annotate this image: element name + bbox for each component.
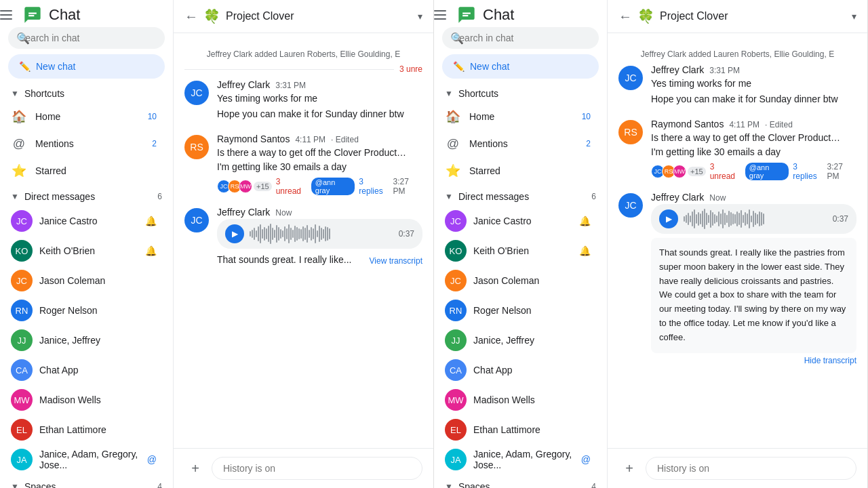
shortcuts-section[interactable]: ▼ Shortcuts <box>0 84 173 103</box>
mute-icon: 🔔 <box>145 245 157 256</box>
dm-section[interactable]: ▼ Direct messages 6 <box>434 187 607 206</box>
avatar: KO <box>445 240 467 262</box>
home-nav[interactable]: 🏠 Home 10 <box>0 103 167 130</box>
avatar: JC <box>618 193 643 218</box>
mentions-nav[interactable]: @ Mentions 2 <box>0 130 167 157</box>
message-time: 4:11 PM <box>295 135 326 144</box>
space-header-title: Project Clover <box>226 10 412 22</box>
dm-ethan[interactable]: EL Ethan Lattimore <box>434 415 601 445</box>
audio-player[interactable]: ▶ 0:37 <box>651 204 856 234</box>
avatar: EL <box>445 419 467 441</box>
edited-label: · Edited <box>765 120 793 129</box>
avatar: RN <box>445 300 467 321</box>
dm-ethan[interactable]: EL Ethan Lattimore <box>0 415 167 445</box>
audio-waveform <box>250 224 393 243</box>
search-input[interactable] <box>442 27 599 49</box>
dm-janice-adam[interactable]: JA Janice, Adam, Gregory, Jose... @ <box>0 445 167 474</box>
dm-roger[interactable]: RN Roger Nelson <box>0 296 167 325</box>
chat-logo <box>457 5 476 24</box>
dm-name: Janice Castro <box>39 216 145 226</box>
audio-duration: 0:37 <box>833 214 848 224</box>
new-chat-button[interactable]: ✏️ New chat <box>442 54 599 79</box>
new-chat-button[interactable]: ✏️ New chat <box>8 54 165 79</box>
replies-bar[interactable]: JC RS MW +15 3 unread @ann gray 3 replie… <box>217 177 422 196</box>
space-dropdown-icon[interactable]: ▾ <box>418 11 422 22</box>
avatar: CA <box>445 359 467 381</box>
avatar: RN <box>11 300 33 321</box>
play-button[interactable]: ▶ <box>659 209 678 228</box>
hamburger-menu[interactable] <box>0 7 16 23</box>
dm-chat-app[interactable]: CA Chat App <box>0 355 167 385</box>
message-text: I'm getting like 30 emails a day <box>217 160 422 174</box>
dm-madison[interactable]: MW Madison Wells <box>0 385 167 415</box>
dm-chat-app[interactable]: CA Chat App <box>434 355 601 385</box>
mentions-nav[interactable]: @ Mentions 2 <box>434 130 601 157</box>
mentions-count: 2 <box>586 139 591 148</box>
message-sender: Raymond Santos <box>217 134 290 144</box>
play-button[interactable]: ▶ <box>225 224 244 243</box>
avatar: JC <box>618 66 643 90</box>
star-icon: ⭐ <box>11 163 27 179</box>
add-content-button[interactable]: + <box>618 458 640 479</box>
dm-section[interactable]: ▼ Direct messages 6 <box>0 187 173 206</box>
dm-janice-adam[interactable]: JA Janice, Adam, Gregory, Jose... @ <box>434 445 601 474</box>
shortcuts-section[interactable]: ▼ Shortcuts <box>434 84 607 103</box>
dm-count: 6 <box>591 192 596 201</box>
message-time: 4:11 PM <box>729 120 760 129</box>
dm-janice-castro[interactable]: JC Janice Castro 🔔 <box>0 206 167 236</box>
reply-count[interactable]: 3 replies <box>359 177 389 196</box>
dm-janice-jeffrey[interactable]: JJ Janice, Jeffrey <box>0 325 167 355</box>
back-button[interactable]: ← <box>184 9 198 24</box>
dm-madison[interactable]: MW Madison Wells <box>434 385 601 415</box>
starred-nav[interactable]: ⭐ Starred <box>0 157 167 184</box>
dm-janice-castro[interactable]: JC Janice Castro 🔔 <box>434 206 601 236</box>
message-text: Hope you can make it for Sunday dinner b… <box>651 92 856 106</box>
dm-name: Janice, Jeffrey <box>473 335 591 346</box>
avatar: RS <box>618 120 643 144</box>
dm-name: Madison Wells <box>39 394 157 405</box>
view-transcript-button[interactable]: View transcript <box>370 256 422 266</box>
dm-chevron: ▼ <box>11 192 19 201</box>
spaces-chevron: ▼ <box>445 482 453 488</box>
dm-name: Ethan Lattimore <box>473 424 591 435</box>
dm-name: Roger Nelson <box>39 305 157 316</box>
chat-logo <box>23 5 42 24</box>
search-icon: 🔍 <box>16 32 30 45</box>
message-sender: Jeffrey Clark <box>217 207 270 218</box>
audio-player[interactable]: ▶ 0:37 <box>217 219 422 249</box>
dm-jason[interactable]: JC Jason Coleman <box>434 266 601 296</box>
back-button[interactable]: ← <box>618 9 632 24</box>
starred-nav[interactable]: ⭐ Starred <box>434 157 601 184</box>
app-title: Chat <box>49 6 80 24</box>
message-text: I'm getting like 30 emails a day <box>651 145 856 159</box>
dm-name: Janice, Adam, Gregory, Jose... <box>473 449 581 470</box>
replies-bar[interactable]: JC RS MW +15 3 unread @ann gray 3 replie… <box>651 162 856 181</box>
mute-icon: 🔔 <box>579 216 591 226</box>
hamburger-menu[interactable] <box>434 7 450 23</box>
add-content-button[interactable]: + <box>184 458 206 479</box>
reply-count[interactable]: 3 replies <box>793 162 823 181</box>
avatar: JC <box>11 210 33 232</box>
star-icon: ⭐ <box>445 163 461 179</box>
dm-keith[interactable]: KO Keith O'Brien 🔔 <box>434 236 601 266</box>
message-input[interactable] <box>212 457 422 480</box>
space-dropdown-icon[interactable]: ▾ <box>852 11 856 22</box>
unread-label: 3 unre <box>399 64 422 74</box>
home-count: 10 <box>582 112 591 121</box>
shortcuts-chevron: ▼ <box>11 89 19 98</box>
dm-jason[interactable]: JC Jason Coleman <box>0 266 167 296</box>
dm-keith[interactable]: KO Keith O'Brien 🔔 <box>0 236 167 266</box>
message-sender: Jeffrey Clark <box>217 79 270 90</box>
mute-icon: 🔔 <box>145 216 157 226</box>
dm-roger[interactable]: RN Roger Nelson <box>434 296 601 325</box>
message-input[interactable] <box>646 457 856 480</box>
spaces-section[interactable]: ▼ Spaces 4 <box>0 477 173 488</box>
message-group: RS Raymond Santos 4:11 PM · Edited Is th… <box>184 134 422 196</box>
spaces-section[interactable]: ▼ Spaces 4 <box>434 477 607 488</box>
dm-janice-jeffrey[interactable]: JJ Janice, Jeffrey <box>434 325 601 355</box>
home-nav[interactable]: 🏠 Home 10 <box>434 103 601 130</box>
hide-transcript-button[interactable]: Hide transcript <box>804 356 856 365</box>
avatar: JA <box>11 449 33 470</box>
search-input[interactable] <box>8 27 165 49</box>
dm-chevron: ▼ <box>445 192 453 201</box>
